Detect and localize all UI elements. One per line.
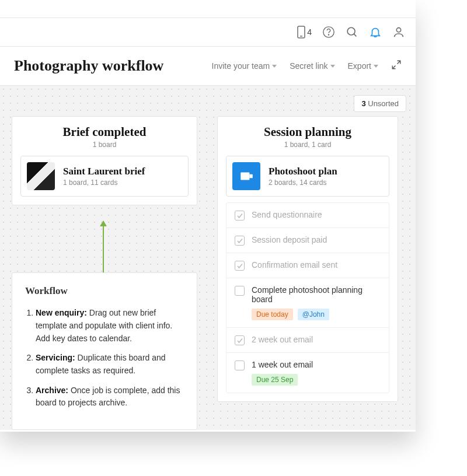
expand-icon xyxy=(391,60,402,70)
expand-button[interactable] xyxy=(391,60,402,72)
notifications-button[interactable] xyxy=(369,26,382,38)
column-subtitle: 1 board xyxy=(20,141,189,149)
board-canvas[interactable]: 3 Unsorted Brief completed 1 board Saint… xyxy=(0,86,416,430)
svg-line-5 xyxy=(354,34,356,36)
task-item[interactable]: Confirmation email sent xyxy=(226,253,389,278)
tag[interactable]: @John xyxy=(298,309,329,320)
help-icon xyxy=(322,26,335,38)
task-body: 2 week out email xyxy=(252,335,313,344)
bell-icon xyxy=(369,26,382,38)
secret-link-label: Secret link xyxy=(290,61,327,71)
export-label: Export xyxy=(348,61,371,71)
card-photoshoot-plan[interactable]: Photoshoot plan 2 boards, 14 cards xyxy=(226,156,389,197)
task-body: Confirmation email sent xyxy=(252,260,337,270)
note-list: New enquiry: Drag out new brief template… xyxy=(25,307,184,410)
help-button[interactable] xyxy=(322,26,335,38)
column-brief-completed[interactable]: Brief completed 1 board Saint Laurent br… xyxy=(12,116,197,205)
task-body: Session deposit paid xyxy=(252,235,327,244)
workflow-note[interactable]: Workflow New enquiry: Drag out new brief… xyxy=(12,272,197,430)
search-button[interactable] xyxy=(346,26,358,38)
invite-team-label: Invite your team xyxy=(212,61,270,71)
unsorted-label: Unsorted xyxy=(366,99,399,108)
card-subtitle: 1 board, 11 cards xyxy=(63,178,145,187)
column-session-planning[interactable]: Session planning 1 board, 1 card Photosh… xyxy=(217,116,398,402)
task-label: Session deposit paid xyxy=(252,235,327,244)
task-tags: Due today@John xyxy=(252,309,381,320)
device-count: 4 xyxy=(307,27,312,37)
svg-point-4 xyxy=(347,27,355,35)
chevron-down-icon xyxy=(330,65,335,68)
task-body: Send questionnaire xyxy=(252,210,322,219)
task-label: Send questionnaire xyxy=(252,210,322,219)
task-label: 2 week out email xyxy=(252,335,313,344)
svg-point-3 xyxy=(328,34,329,35)
task-list: Send questionnaireSession deposit paidCo… xyxy=(226,202,389,393)
note-item-term: Servicing: xyxy=(36,353,78,362)
unsorted-badge[interactable]: 3 Unsorted xyxy=(354,95,406,112)
page-title: Photography workflow xyxy=(14,57,212,75)
task-checkbox[interactable] xyxy=(235,211,245,220)
tag[interactable]: Due today xyxy=(252,309,293,320)
search-icon xyxy=(346,26,358,38)
task-checkbox[interactable] xyxy=(235,286,245,296)
title-bar: Photography workflow Invite your team Se… xyxy=(0,47,416,86)
task-item[interactable]: Complete photoshoot planning boardDue to… xyxy=(226,278,389,327)
card-title: Photoshoot plan xyxy=(269,166,337,177)
note-item-term: Archive: xyxy=(36,386,71,395)
svg-rect-10 xyxy=(249,174,252,178)
title-actions: Invite your team Secret link Export xyxy=(212,60,402,72)
svg-point-6 xyxy=(396,28,400,32)
invite-team-button[interactable]: Invite your team xyxy=(212,61,277,71)
task-body: Complete photoshoot planning boardDue to… xyxy=(252,285,381,320)
chevron-down-icon xyxy=(374,65,378,68)
column-title: Session planning xyxy=(226,125,389,139)
task-checkbox[interactable] xyxy=(235,236,245,246)
card-thumbnail xyxy=(27,162,55,190)
card-subtitle: 2 boards, 14 cards xyxy=(269,178,337,187)
task-tags: Due 25 Sep xyxy=(252,374,313,386)
card-saint-laurent[interactable]: Saint Laurent brief 1 board, 11 cards xyxy=(20,156,189,197)
card-thumbnail xyxy=(232,162,260,190)
column-subtitle: 1 board, 1 card xyxy=(226,141,389,149)
person-icon xyxy=(392,26,405,38)
devices-button[interactable]: 4 xyxy=(297,26,312,38)
svg-line-7 xyxy=(398,61,400,64)
task-checkbox[interactable] xyxy=(235,360,245,370)
column-header: Session planning 1 board, 1 card xyxy=(226,125,389,149)
task-item[interactable]: Session deposit paid xyxy=(226,228,389,253)
column-header: Brief completed 1 board xyxy=(20,125,189,149)
svg-rect-9 xyxy=(241,173,249,180)
note-item: New enquiry: Drag out new brief template… xyxy=(36,307,184,345)
account-button[interactable] xyxy=(392,26,405,38)
phone-icon xyxy=(297,26,306,38)
note-item: Archive: Once job is complete, add this … xyxy=(36,384,184,410)
task-item[interactable]: 1 week out emailDue 25 Sep xyxy=(226,352,389,393)
task-checkbox[interactable] xyxy=(235,335,245,345)
column-title: Brief completed xyxy=(20,125,189,139)
note-item-term: New enquiry: xyxy=(36,308,89,317)
top-utility-bar: 4 xyxy=(0,18,416,47)
task-label: Complete photoshoot planning board xyxy=(252,285,381,304)
secret-link-button[interactable]: Secret link xyxy=(290,61,334,71)
app-window: 4 Photography workflow Invite your team … xyxy=(0,0,416,432)
card-text: Saint Laurent brief 1 board, 11 cards xyxy=(63,166,145,187)
note-item: Servicing: Duplicate this board and comp… xyxy=(36,352,184,377)
unsorted-count: 3 xyxy=(361,99,365,108)
connector-arrow xyxy=(103,221,104,272)
camera-icon xyxy=(239,169,254,184)
svg-line-8 xyxy=(392,66,395,69)
task-item[interactable]: 2 week out email xyxy=(226,327,389,352)
task-label: 1 week out email xyxy=(252,360,313,369)
chevron-down-icon xyxy=(272,65,277,68)
task-item[interactable]: Send questionnaire xyxy=(226,203,389,228)
export-button[interactable]: Export xyxy=(348,61,378,71)
card-text: Photoshoot plan 2 boards, 14 cards xyxy=(269,166,337,187)
note-title: Workflow xyxy=(25,284,184,299)
task-body: 1 week out emailDue 25 Sep xyxy=(252,360,313,386)
card-title: Saint Laurent brief xyxy=(63,166,145,177)
task-checkbox[interactable] xyxy=(235,261,245,271)
task-label: Confirmation email sent xyxy=(252,260,337,270)
tag[interactable]: Due 25 Sep xyxy=(252,374,298,386)
